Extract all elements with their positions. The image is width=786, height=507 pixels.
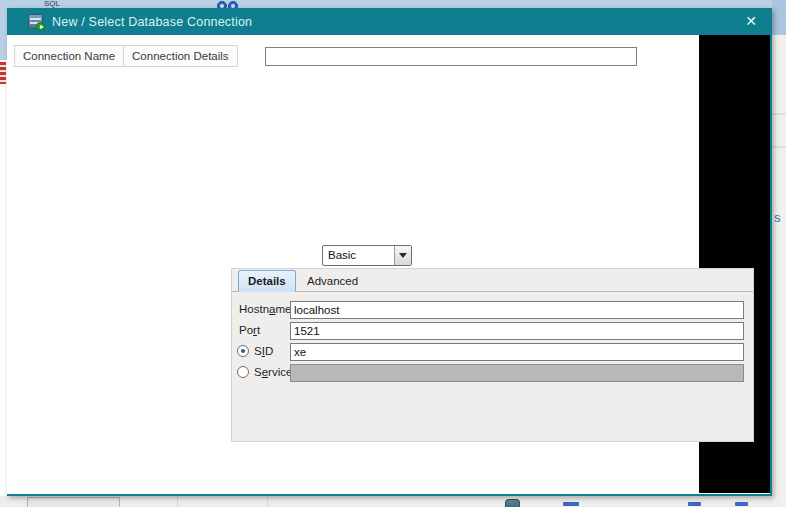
chevron-down-icon[interactable] [394,246,411,265]
dialog-titlebar[interactable]: New / Select Database Connection ✕ [7,8,770,35]
find-binoculars-icon [217,1,239,8]
service-name-radio[interactable] [237,366,249,378]
port-field[interactable] [290,322,744,340]
divider [772,113,786,115]
connection-type-dropdown[interactable]: Basic [322,245,412,266]
column-header-connection-details[interactable]: Connection Details [124,45,238,67]
sid-field[interactable] [290,343,744,361]
dialog-title: New / Select Database Connection [52,15,252,29]
port-row: Port [232,322,753,340]
connection-details-panel: Details Advanced Hostname Port SID Servi… [231,268,754,442]
clipped-text-fragment [688,502,701,506]
divider [267,496,268,507]
sql-worksheet-icon-label: SQL [44,0,60,8]
background-right-blue [772,0,786,35]
divider [772,146,786,148]
connection-name-input[interactable] [265,47,637,66]
new-select-database-connection-dialog: New / Select Database Connection ✕ Conne… [7,8,772,496]
sid-label: SID [254,345,273,357]
clipped-link-text: s [774,210,781,225]
clipped-text-fragment [735,502,748,506]
divider [177,496,178,507]
column-header-connection-name[interactable]: Connection Name [14,45,124,67]
database-connection-icon [28,14,43,29]
clipped-background-panel [27,497,120,507]
clipped-database-icon [505,499,520,507]
hostname-row: Hostname [232,301,753,319]
hostname-label: Hostname [239,303,291,315]
service-name-field [290,364,744,382]
background-left-blue [0,8,7,60]
tab-advanced[interactable]: Advanced [298,271,367,292]
hostname-field[interactable] [290,301,744,319]
port-label: Port [239,324,260,336]
background-bottom-edge [0,496,772,507]
background-top-toolbar: SQL [0,0,786,8]
close-icon[interactable]: ✕ [740,11,762,31]
sid-row: SID [232,343,753,361]
sid-radio[interactable] [237,345,249,357]
tab-details[interactable]: Details [238,270,296,292]
background-left-edge [0,8,7,507]
clipped-text-fragment [563,502,579,506]
connection-list-headers: Connection Name Connection Details [14,45,238,67]
background-right-edge: s [772,0,786,507]
clipped-red-toolbar-icon [0,62,6,84]
dialog-content: Connection Name Connection Details Basic… [7,35,770,494]
tab-strip: Details Advanced [232,269,753,292]
service-name-row: Service name [232,364,753,382]
connection-type-selected-value: Basic [323,246,394,265]
